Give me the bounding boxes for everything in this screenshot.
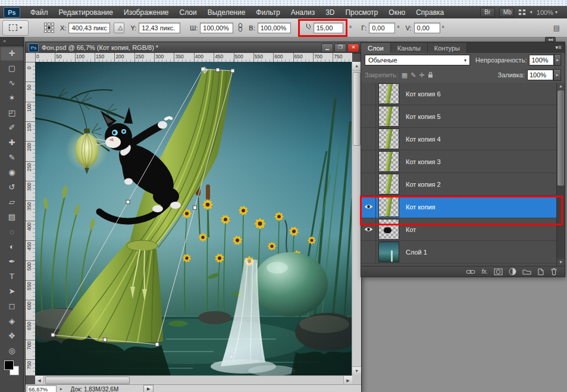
status-caret-icon[interactable]: ▸ — [60, 387, 62, 391]
photoshop-logo-icon[interactable]: Ps — [4, 7, 20, 18]
tab-layers[interactable]: Слои — [361, 43, 391, 53]
app-zoom-dropdown[interactable]: 100% ▾ — [537, 9, 557, 16]
layer-thumbnail[interactable] — [378, 242, 399, 262]
ruler-corner[interactable] — [26, 53, 36, 62]
layer-thumbnail[interactable] — [378, 106, 399, 127]
layer-visibility-eye-icon[interactable] — [361, 196, 376, 218]
layer-thumbnail[interactable] — [378, 83, 399, 104]
launch-bridge-button[interactable]: Br — [480, 8, 495, 17]
layer-row-2[interactable]: Кот копия 5 — [361, 105, 556, 128]
menu-item-1[interactable]: Файл — [25, 6, 54, 18]
arrange-documents-icon[interactable] — [518, 9, 526, 15]
crop-tool[interactable]: ◰ — [0, 105, 24, 120]
brush-tool[interactable]: ✎ — [0, 150, 24, 165]
layers-scrollbar[interactable]: ▲ ▼ — [556, 83, 565, 266]
tab-paths[interactable]: Контуры — [428, 43, 467, 53]
height-scale-field[interactable]: 100,00% — [258, 23, 291, 33]
layer-row-6[interactable]: Кот копия — [361, 196, 556, 218]
layer-row-4[interactable]: Кот копия 3 — [361, 150, 556, 173]
layer-row-7[interactable]: Кот — [361, 218, 556, 241]
horizontal-ruler[interactable]: 0501001502002503003504004505005506006507… — [35, 53, 352, 62]
tab-channels[interactable]: Каналы — [391, 43, 428, 53]
layer-thumbnail[interactable] — [378, 128, 399, 149]
new-group-icon[interactable] — [522, 268, 531, 275]
relative-position-toggle[interactable]: △ — [114, 23, 124, 33]
layer-visibility-toggle[interactable] — [361, 83, 376, 105]
hand-tool[interactable]: ✥ — [0, 328, 24, 343]
new-layer-icon[interactable] — [537, 268, 544, 275]
move-tool[interactable]: ✛ — [0, 46, 24, 61]
opacity-field[interactable]: 100% — [529, 55, 553, 65]
link-dimensions-icon[interactable] — [238, 23, 243, 33]
layer-name[interactable]: Кот копия 4 — [406, 136, 441, 143]
layer-name[interactable]: Слой 1 — [406, 249, 427, 256]
restore-button[interactable]: ❐ — [334, 43, 346, 52]
scroll-right-icon[interactable]: ▶ — [343, 376, 352, 385]
layer-name[interactable]: Кот — [406, 226, 416, 233]
scroll-up-icon[interactable]: ▲ — [352, 62, 361, 71]
opacity-slider-icon[interactable]: ▸ — [554, 54, 561, 66]
layer-mask-icon[interactable] — [494, 268, 503, 275]
clone-stamp-tool[interactable]: ◉ — [0, 165, 24, 180]
lock-paint-icon[interactable]: ✎ — [411, 71, 416, 79]
menu-item-2[interactable]: Редактирование — [54, 6, 118, 18]
panel-menu-icon[interactable]: ▾≡ — [555, 44, 562, 51]
layer-name[interactable]: Кот копия 6 — [406, 90, 441, 98]
workspace-icon[interactable]: ▤ — [553, 24, 560, 32]
h-skew-field[interactable]: 0,00 — [369, 23, 395, 33]
layers-scroll-thumb[interactable] — [557, 90, 564, 186]
dodge-tool[interactable]: ◐ — [0, 239, 24, 254]
foreground-color-swatch[interactable] — [4, 360, 14, 370]
v-skew-field[interactable]: 0,00 — [414, 23, 440, 33]
spot-healing-brush-tool[interactable]: ✚ — [0, 135, 24, 150]
vertical-scroll-thumb[interactable] — [353, 72, 361, 146]
layer-name[interactable]: Кот копия 2 — [406, 181, 441, 188]
layer-thumbnail[interactable] — [378, 196, 399, 217]
type-tool[interactable]: T — [0, 269, 24, 284]
lock-position-icon[interactable]: ✛ — [419, 71, 424, 79]
layer-thumbnail[interactable] — [378, 174, 399, 195]
eyedropper-tool[interactable]: ✐ — [0, 120, 24, 135]
layer-name[interactable]: Кот копия — [406, 203, 436, 211]
minimize-button[interactable]: ▁ — [321, 43, 333, 52]
vertical-scrollbar[interactable]: ▲ ▼ — [352, 62, 361, 375]
zoom-tool[interactable]: ◎ — [0, 343, 24, 358]
menu-item-5[interactable]: Выделение — [202, 6, 251, 18]
quick-selection-tool[interactable]: ✶ — [0, 90, 24, 105]
layer-visibility-toggle[interactable] — [361, 150, 376, 173]
status-options-icon[interactable]: ▶ — [143, 385, 154, 392]
layers-scroll-down-icon[interactable]: ▼ — [557, 259, 565, 266]
layer-visibility-eye-icon[interactable] — [361, 218, 376, 240]
menu-item-10[interactable]: Окно — [383, 6, 411, 18]
document-titlebar[interactable]: Ps Фон.psd @ 66,7% (Кот копия, RGB/8) * … — [26, 42, 361, 54]
rectangular-marquee-tool[interactable]: ▢ — [0, 61, 24, 76]
vertical-ruler[interactable]: 0501001502002503003504004505005506006507… — [26, 62, 36, 375]
rotation-angle-field[interactable]: 15,00 — [314, 23, 343, 33]
history-brush-tool[interactable]: ↺ — [0, 180, 24, 195]
layer-thumbnail[interactable] — [378, 219, 399, 240]
layer-visibility-toggle[interactable] — [361, 173, 376, 195]
blend-mode-select[interactable]: Обычные ▾ — [365, 55, 470, 65]
delete-layer-icon[interactable] — [550, 268, 557, 275]
canvas-artwork[interactable] — [35, 62, 352, 375]
tool-preset-button[interactable]: ▾ — [2, 20, 29, 36]
link-layers-icon[interactable] — [466, 269, 475, 275]
fill-field[interactable]: 100% — [527, 70, 553, 80]
eraser-tool[interactable]: ▱ — [0, 195, 24, 209]
lasso-tool[interactable]: ∿ — [0, 76, 24, 90]
arrange-documents-caret-icon[interactable]: ▾ — [530, 10, 532, 15]
width-scale-field[interactable]: 100,00% — [200, 23, 233, 33]
pen-tool[interactable]: ✒ — [0, 254, 24, 269]
canvas-area[interactable] — [35, 62, 352, 375]
horizontal-scroll-thumb[interactable] — [45, 377, 130, 384]
menu-item-6[interactable]: Фильтр — [250, 6, 285, 18]
y-position-field[interactable]: 12,43 пикс. — [139, 23, 180, 33]
mini-bridge-button[interactable]: Mb — [499, 8, 514, 17]
layer-row-5[interactable]: Кот копия 2 — [361, 173, 556, 196]
adjustment-layer-icon[interactable] — [509, 268, 516, 275]
close-button[interactable]: ✕ — [347, 43, 359, 52]
layer-visibility-toggle[interactable] — [361, 241, 376, 263]
scroll-down-icon[interactable]: ▼ — [352, 366, 361, 375]
gradient-tool[interactable]: ▤ — [0, 209, 24, 224]
menu-item-11[interactable]: Справка — [411, 6, 449, 18]
